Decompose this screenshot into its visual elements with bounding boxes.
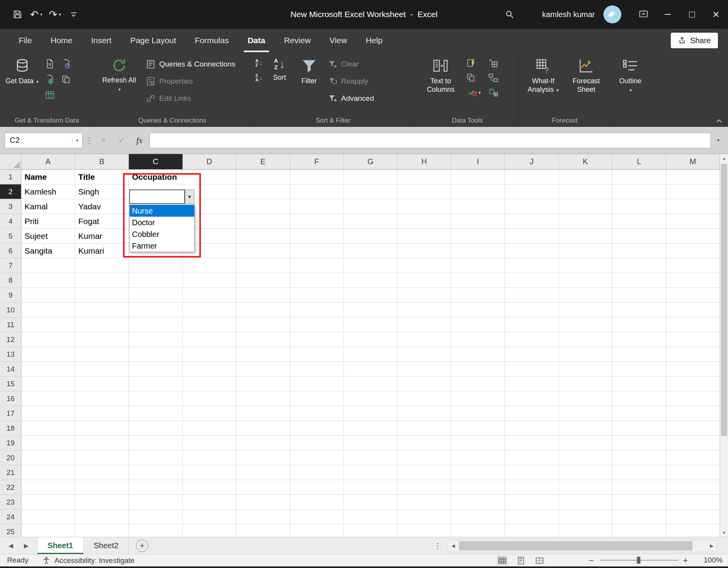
cell-D1[interactable] <box>183 170 236 184</box>
cell-A8[interactable] <box>21 273 75 288</box>
cell-J4[interactable] <box>505 214 559 229</box>
ribbon-tab-file[interactable]: File <box>9 29 41 52</box>
from-table-range-button[interactable] <box>42 88 57 102</box>
cell-G17[interactable] <box>344 406 397 421</box>
ribbon-tab-insert[interactable]: Insert <box>82 29 121 52</box>
cell-A22[interactable] <box>21 480 75 495</box>
cell-D15[interactable] <box>183 377 236 391</box>
cell-F3[interactable] <box>290 199 344 214</box>
cell-A13[interactable] <box>21 347 75 362</box>
cell-H9[interactable] <box>397 288 451 303</box>
cell-I1[interactable] <box>451 170 505 184</box>
row-header-5[interactable]: 5 <box>0 229 21 244</box>
cell-B10[interactable] <box>75 303 129 317</box>
cell-B8[interactable] <box>75 273 129 288</box>
cell-F17[interactable] <box>290 406 344 421</box>
recent-sources-button[interactable] <box>59 57 74 71</box>
cell-A23[interactable] <box>21 495 75 510</box>
cell-C25[interactable] <box>129 524 183 537</box>
validation-dropdown-button[interactable]: ▼ <box>185 189 194 204</box>
cell-K24[interactable] <box>559 510 612 524</box>
cell-L22[interactable] <box>612 480 666 495</box>
cell-H11[interactable] <box>397 317 451 332</box>
cell-D19[interactable] <box>183 436 236 451</box>
column-header-D[interactable]: D <box>183 154 236 169</box>
cell-B16[interactable] <box>75 391 129 406</box>
remove-duplicates-button[interactable] <box>464 71 479 85</box>
ribbon-display-options-button[interactable] <box>631 0 656 29</box>
cell-J14[interactable] <box>505 362 559 377</box>
clear-filter-button[interactable]: Clear <box>325 56 377 72</box>
cell-F4[interactable] <box>290 214 344 229</box>
cell-K23[interactable] <box>559 495 612 510</box>
cell-L7[interactable] <box>612 258 666 273</box>
cell-G22[interactable] <box>344 480 397 495</box>
cell-G24[interactable] <box>344 510 397 524</box>
cell-G15[interactable] <box>344 377 397 391</box>
cell-A11[interactable] <box>21 317 75 332</box>
cell-K14[interactable] <box>559 362 612 377</box>
cell-B12[interactable] <box>75 332 129 347</box>
page-break-preview-button[interactable] <box>534 556 545 566</box>
cell-M25[interactable] <box>666 524 720 537</box>
cell-L19[interactable] <box>612 436 666 451</box>
cell-J2[interactable] <box>505 184 559 199</box>
flash-fill-button[interactable] <box>464 56 479 70</box>
from-web-button[interactable] <box>42 72 57 86</box>
cell-M23[interactable] <box>666 495 720 510</box>
scroll-down-icon[interactable]: ▼ <box>720 528 728 537</box>
cell-F15[interactable] <box>290 377 344 391</box>
row-header-9[interactable]: 9 <box>0 288 21 303</box>
cell-L8[interactable] <box>612 273 666 288</box>
name-box-dropdown-icon[interactable]: ▾ <box>72 138 82 143</box>
cell-K19[interactable] <box>559 436 612 451</box>
cell-C21[interactable] <box>129 465 183 480</box>
cell-I18[interactable] <box>451 421 505 436</box>
cell-E2[interactable] <box>236 184 290 199</box>
cell-E13[interactable] <box>236 347 290 362</box>
cell-J10[interactable] <box>505 303 559 317</box>
cell-B18[interactable] <box>75 421 129 436</box>
cell-F8[interactable] <box>290 273 344 288</box>
cell-F14[interactable] <box>290 362 344 377</box>
cell-K7[interactable] <box>559 258 612 273</box>
row-header-15[interactable]: 15 <box>0 377 21 391</box>
cell-C24[interactable] <box>129 510 183 524</box>
zoom-slider[interactable] <box>600 560 678 561</box>
cell-F18[interactable] <box>290 421 344 436</box>
cell-I19[interactable] <box>451 436 505 451</box>
dropdown-option-farmer[interactable]: Farmer <box>130 240 194 252</box>
cell-E5[interactable] <box>236 229 290 244</box>
cell-E17[interactable] <box>236 406 290 421</box>
cell-K22[interactable] <box>559 480 612 495</box>
cell-B15[interactable] <box>75 377 129 391</box>
column-header-K[interactable]: K <box>559 154 612 169</box>
row-header-25[interactable]: 25 <box>0 524 21 537</box>
cell-L15[interactable] <box>612 377 666 391</box>
vertical-scrollbar-thumb[interactable] <box>721 164 727 436</box>
from-text-csv-button[interactable] <box>42 57 57 71</box>
cell-A19[interactable] <box>21 436 75 451</box>
cell-M24[interactable] <box>666 510 720 524</box>
undo-button[interactable]: ↶▾ <box>27 4 45 25</box>
row-header-1[interactable]: 1 <box>0 170 21 184</box>
ribbon-tab-view[interactable]: View <box>320 29 356 52</box>
cell-F7[interactable] <box>290 258 344 273</box>
cell-A18[interactable] <box>21 421 75 436</box>
cell-M18[interactable] <box>666 421 720 436</box>
cell-M6[interactable] <box>666 244 720 258</box>
cell-B19[interactable] <box>75 436 129 451</box>
cell-D22[interactable] <box>183 480 236 495</box>
cell-I4[interactable] <box>451 214 505 229</box>
advanced-filter-button[interactable]: Advanced <box>325 90 377 107</box>
cell-E11[interactable] <box>236 317 290 332</box>
cell-D10[interactable] <box>183 303 236 317</box>
cell-M12[interactable] <box>666 332 720 347</box>
cell-L5[interactable] <box>612 229 666 244</box>
cell-A6[interactable]: Sangita <box>21 244 75 258</box>
cell-B11[interactable] <box>75 317 129 332</box>
row-header-17[interactable]: 17 <box>0 406 21 421</box>
cell-C8[interactable] <box>129 273 183 288</box>
cell-D9[interactable] <box>183 288 236 303</box>
cell-E21[interactable] <box>236 465 290 480</box>
